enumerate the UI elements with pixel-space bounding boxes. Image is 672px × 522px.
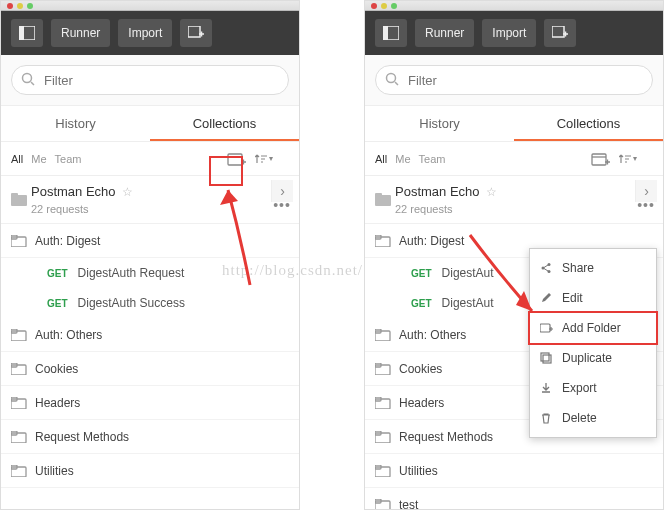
- menu-label: Export: [562, 381, 597, 395]
- svg-rect-21: [552, 26, 564, 37]
- folder-label: Request Methods: [399, 430, 493, 444]
- folder-icon: [375, 431, 399, 443]
- toggle-sidebar-button[interactable]: [375, 19, 407, 47]
- collection-name: Postman Echo: [31, 184, 116, 199]
- favorite-icon[interactable]: ☆: [486, 185, 497, 199]
- tab-collections[interactable]: Collections: [150, 106, 299, 141]
- collection-header[interactable]: Postman Echo☆ 22 requests › •••: [365, 176, 663, 224]
- folder-row[interactable]: Auth: Others: [1, 318, 299, 352]
- filter-bar: All Me Team ▾: [1, 142, 299, 176]
- filter-me[interactable]: Me: [31, 153, 46, 165]
- svg-marker-46: [220, 190, 238, 205]
- folder-label: Utilities: [399, 464, 438, 478]
- search-icon: [385, 72, 399, 86]
- new-tab-button[interactable]: [180, 19, 212, 47]
- menu-export[interactable]: Export: [530, 373, 656, 403]
- collection-subtitle: 22 requests: [395, 203, 497, 215]
- folder-icon: [375, 397, 399, 409]
- filter-team[interactable]: Team: [55, 153, 82, 165]
- filter-team[interactable]: Team: [419, 153, 446, 165]
- svg-point-3: [23, 74, 32, 83]
- svg-point-22: [387, 74, 396, 83]
- folder-label: Headers: [35, 396, 80, 410]
- svg-rect-44: [543, 355, 551, 363]
- folder-icon: [11, 363, 35, 375]
- folder-label: Headers: [399, 396, 444, 410]
- menu-delete[interactable]: Delete: [530, 403, 656, 433]
- toggle-sidebar-button[interactable]: [11, 19, 43, 47]
- folder-icon: [375, 329, 399, 341]
- more-options-button[interactable]: •••: [271, 197, 293, 219]
- filter-all[interactable]: All: [375, 153, 387, 165]
- method-badge: GET: [411, 268, 432, 279]
- window-titlebar: [1, 1, 299, 11]
- filter-me[interactable]: Me: [395, 153, 410, 165]
- search-icon: [21, 72, 35, 86]
- filter-input[interactable]: [11, 65, 289, 95]
- folder-label: Utilities: [35, 464, 74, 478]
- menu-label: Add Folder: [562, 321, 621, 335]
- sort-button[interactable]: ▾: [255, 154, 281, 164]
- app-header: Runner Import: [365, 11, 663, 55]
- annotation-arrow: [460, 225, 550, 325]
- sidebar-tabs: History Collections: [1, 106, 299, 142]
- folder-row[interactable]: Headers: [1, 386, 299, 420]
- folder-label: Auth: Digest: [399, 234, 464, 248]
- menu-label: Delete: [562, 411, 597, 425]
- folder-row[interactable]: test: [365, 488, 663, 510]
- duplicate-icon: [540, 352, 554, 364]
- folder-label: test: [399, 498, 418, 511]
- collection-icon: [11, 193, 31, 207]
- folder-icon: [11, 431, 35, 443]
- tab-history[interactable]: History: [365, 106, 514, 141]
- method-badge: GET: [47, 268, 68, 279]
- folder-icon: [11, 465, 35, 477]
- method-badge: GET: [411, 298, 432, 309]
- more-options-button[interactable]: •••: [635, 197, 657, 219]
- svg-rect-2: [188, 26, 200, 37]
- folder-row[interactable]: Request Methods: [1, 420, 299, 454]
- sort-button[interactable]: ▾: [619, 154, 645, 164]
- folder-label: Cookies: [35, 362, 78, 376]
- export-icon: [540, 382, 554, 394]
- request-label: DigestAuth Success: [78, 296, 185, 310]
- add-collection-button[interactable]: [591, 151, 611, 167]
- method-badge: GET: [47, 298, 68, 309]
- new-tab-button[interactable]: [544, 19, 576, 47]
- menu-duplicate[interactable]: Duplicate: [530, 343, 656, 373]
- import-button[interactable]: Import: [118, 19, 172, 47]
- collection-name: Postman Echo: [395, 184, 480, 199]
- search-bar: [1, 55, 299, 106]
- tab-collections[interactable]: Collections: [514, 106, 663, 141]
- folder-icon: [11, 329, 35, 341]
- request-label: DigestAuth Request: [78, 266, 185, 280]
- svg-rect-23: [592, 154, 606, 165]
- runner-button[interactable]: Runner: [415, 19, 474, 47]
- menu-label: Share: [562, 261, 594, 275]
- folder-row[interactable]: Utilities: [1, 454, 299, 488]
- search-bar: [365, 55, 663, 106]
- svg-rect-25: [375, 193, 382, 197]
- filter-input[interactable]: [375, 65, 653, 95]
- tab-history[interactable]: History: [1, 106, 150, 141]
- filter-all[interactable]: All: [11, 153, 23, 165]
- folder-icon: [375, 499, 399, 511]
- folder-row[interactable]: Cookies: [1, 352, 299, 386]
- app-header: Runner Import: [1, 11, 299, 55]
- sidebar-tabs: History Collections: [365, 106, 663, 142]
- runner-button[interactable]: Runner: [51, 19, 110, 47]
- filter-bar: All Me Team ▾: [365, 142, 663, 176]
- folder-icon: [375, 235, 399, 247]
- folder-label: Auth: Digest: [35, 234, 100, 248]
- svg-rect-20: [383, 26, 388, 40]
- folder-icon: [11, 235, 35, 247]
- folder-row[interactable]: Utilities: [365, 454, 663, 488]
- menu-label: Duplicate: [562, 351, 612, 365]
- folder-label: Auth: Others: [399, 328, 466, 342]
- svg-rect-6: [11, 193, 18, 197]
- import-button[interactable]: Import: [482, 19, 536, 47]
- favorite-icon[interactable]: ☆: [122, 185, 133, 199]
- collection-icon: [375, 193, 395, 207]
- folder-label: Cookies: [399, 362, 442, 376]
- folder-icon: [11, 397, 35, 409]
